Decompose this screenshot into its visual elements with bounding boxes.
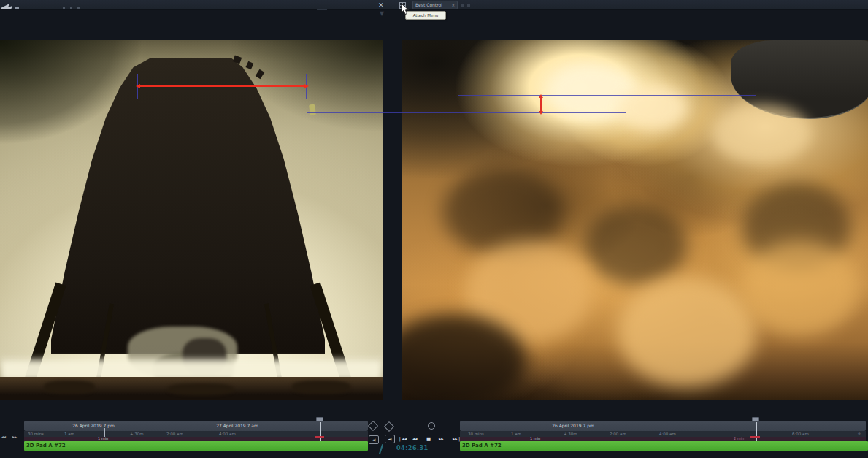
time-ruler[interactable]: 30 mins 1 am + 30m 2:00 am 4:00 am 6:00 … bbox=[460, 431, 866, 437]
fire-billow bbox=[618, 278, 756, 387]
clip-bar[interactable]: 3D Pad A #72 bbox=[460, 441, 868, 451]
fast-forward-button[interactable]: ▸▸ bbox=[439, 435, 444, 443]
audio-icon[interactable]: ◄) bbox=[369, 435, 379, 444]
tab-label: Best Control bbox=[415, 1, 442, 9]
jump-forward-button[interactable]: ▸▸ bbox=[12, 434, 17, 440]
date-ruler[interactable]: 26 April 2019 7 pm 27 April 2019 7 am bbox=[460, 421, 866, 431]
keyframe-circle-icon[interactable] bbox=[428, 422, 435, 430]
timeline-panel-left: ◂◂ ▸▸ 26 April 2019 7 pm 27 April 2019 7… bbox=[0, 416, 383, 458]
video-viewport-right[interactable] bbox=[402, 40, 868, 400]
edge-marker: ◆ bbox=[858, 431, 861, 435]
ruler-label: + 30m bbox=[564, 432, 577, 436]
date-label: 26 April 2019 7 pm bbox=[46, 423, 141, 428]
title-bar: ✕ Best Control ✕ bbox=[0, 0, 868, 10]
toolbar-dot-icon bbox=[70, 7, 72, 9]
smoke-cloud bbox=[585, 205, 687, 285]
guide-line-lower bbox=[307, 112, 626, 113]
ruler-label: 30 mins bbox=[468, 432, 484, 436]
starhopper-silhouette bbox=[51, 58, 325, 354]
tooltip: Attach Menu bbox=[405, 11, 446, 20]
timecode-display: 04:26.31 bbox=[396, 445, 429, 451]
ruler-label: 6:00 am bbox=[792, 432, 809, 436]
ruler-label: 4:00 am bbox=[219, 432, 236, 436]
marker-label: 1 min bbox=[530, 436, 540, 440]
ruler-label: 1 am bbox=[64, 432, 74, 436]
vehicle-detail bbox=[245, 61, 253, 70]
toolbar-mark bbox=[467, 4, 470, 7]
playhead-red-marker bbox=[315, 436, 324, 438]
ruler-label: 2:00 am bbox=[166, 432, 183, 436]
divider bbox=[317, 9, 327, 10]
keyframe-diamond-icon[interactable] bbox=[368, 421, 378, 431]
rewind-button[interactable]: ◂◂ bbox=[412, 435, 418, 443]
ground-object bbox=[44, 381, 95, 394]
timeline-panel-right: ◄) ❘◂◂ ◂◂ ■ ▸▸ ▸▸❘ 04:26.31 26 April 201… bbox=[385, 416, 868, 458]
toolbar-dot-icon bbox=[77, 7, 80, 9]
marker-label: 1 min bbox=[98, 436, 108, 440]
keyframe-diamond-icon[interactable] bbox=[384, 421, 394, 432]
date-label: 27 April 2019 7 am bbox=[186, 423, 288, 428]
audio-icon[interactable]: ◄) bbox=[385, 435, 395, 443]
playhead-label: 2 min bbox=[734, 436, 744, 440]
ruler-label: 1 am bbox=[511, 432, 521, 436]
width-measure-arrow[interactable] bbox=[139, 85, 305, 87]
ground-object bbox=[292, 381, 350, 394]
vehicle-detail bbox=[256, 69, 265, 80]
vehicle-light bbox=[309, 104, 316, 116]
skip-back-button[interactable]: ❘◂◂ bbox=[398, 435, 407, 443]
jump-back-button[interactable]: ◂◂ bbox=[1, 434, 6, 440]
tab-close-icon[interactable]: ✕ bbox=[452, 1, 455, 9]
height-measure-arrow[interactable] bbox=[540, 97, 542, 112]
ruler-label: + 30m bbox=[130, 432, 144, 436]
toolbar-dot-icon bbox=[63, 7, 65, 9]
ruler-label: 4:00 am bbox=[659, 432, 676, 436]
pause-button[interactable]: ■ bbox=[426, 435, 431, 443]
playhead-line[interactable] bbox=[320, 422, 321, 441]
connector-line bbox=[396, 427, 425, 427]
ruler-label: 2:00 am bbox=[610, 432, 626, 436]
window-menu-icon[interactable] bbox=[1, 3, 23, 10]
date-label: 26 April 2019 7 pm bbox=[526, 423, 621, 428]
smoke-puff bbox=[713, 104, 811, 163]
toolbar-mark bbox=[461, 4, 464, 7]
close-icon[interactable]: ✕ bbox=[378, 1, 384, 9]
dropdown-arrow-icon[interactable]: ▼ bbox=[380, 11, 384, 17]
video-viewport-left[interactable] bbox=[0, 40, 383, 400]
fire-billow bbox=[742, 241, 859, 336]
date-ruler[interactable]: 26 April 2019 7 pm 27 April 2019 7 am bbox=[24, 421, 368, 431]
ruler-label: 30 mins bbox=[28, 432, 44, 436]
playhead-red-marker bbox=[750, 436, 760, 438]
smoke-puff bbox=[618, 85, 687, 129]
clip-bar[interactable]: 3D Pad A #72 bbox=[24, 441, 368, 451]
ground-object bbox=[168, 383, 234, 395]
app-window: ✕ Best Control ✕ ▼ Attach Menu bbox=[0, 0, 868, 458]
playhead-line[interactable] bbox=[756, 422, 757, 441]
tab-best-control[interactable]: Best Control ✕ bbox=[412, 1, 458, 9]
mouse-cursor bbox=[401, 3, 410, 15]
guide-line-upper bbox=[458, 95, 756, 96]
